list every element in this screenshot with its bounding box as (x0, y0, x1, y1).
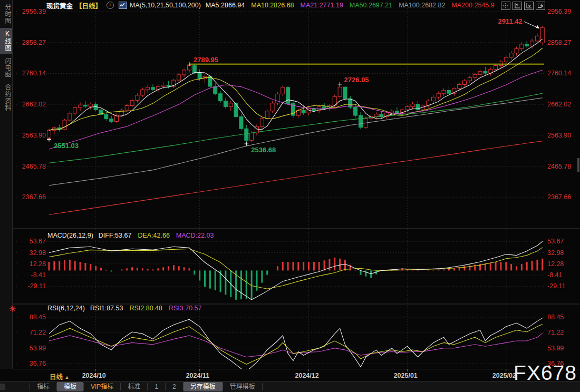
axis-tick-label: 53.67 (547, 238, 564, 245)
ma-value-4: MA100:2682.82 (399, 2, 445, 9)
macd-params-label: MACD(26,12,9) (47, 232, 93, 239)
candlestick (130, 100, 134, 105)
axis-tick-label: 2367.66 (547, 193, 571, 201)
candlestick (79, 105, 82, 107)
candlestick (338, 87, 342, 96)
ma-values: MA5:2866.94MA10:2826.68MA21:2771.19MA50:… (206, 2, 495, 9)
axis-tick-label: 2465.78 (547, 163, 571, 170)
candlestick (463, 81, 467, 84)
candlestick (136, 95, 139, 101)
candlestick (110, 119, 113, 122)
x-axis-month-label-3: 2025/01 (394, 372, 431, 379)
sidebar-item-0[interactable]: 分时图 (0, 2, 12, 26)
candlestick (141, 90, 144, 95)
indicator-line (49, 141, 543, 215)
x-axis-scale-icon[interactable] (524, 2, 534, 10)
candlestick (265, 111, 269, 119)
x-axis-month-label-0: 2024/10 (82, 372, 119, 379)
candlestick (161, 85, 165, 86)
period-label: 【日线】 (75, 1, 102, 11)
macd-value-1: DEA:42.66 (138, 232, 169, 239)
indicator-line (49, 93, 543, 163)
ma-value-3: MA50:2697.21 (350, 2, 392, 9)
timeframe-selector[interactable]: 日线 ▲ (50, 371, 69, 381)
toolbar-tab-7[interactable]: 管理模板 (223, 382, 262, 391)
indicator-line (49, 248, 543, 289)
axis-tick-label: 88.45 (547, 313, 564, 321)
toolbar-tab-6[interactable]: 另存模板 (183, 382, 223, 391)
axis-tick-label: 53.99 (30, 345, 46, 352)
macd-values: DIFF:53.67DEA:42.66MACD:22.03 (99, 232, 214, 239)
toolbar-tab-2[interactable]: VIP指标 (84, 382, 120, 391)
ma-value-0: MA5:2866.94 (206, 2, 245, 9)
axis-tick-label: 71.22 (30, 329, 46, 336)
candlestick (89, 104, 92, 106)
toolbar-notch[interactable] (0, 384, 5, 390)
line-chart-icon[interactable] (119, 2, 127, 9)
axis-tick-label: -29.11 (27, 282, 46, 290)
price-annotation: 2789.95 (194, 56, 218, 64)
ma-params-label: MA(5,10,21,50,100,200) (130, 2, 201, 9)
axis-tick-label: 2563.90 (22, 132, 46, 139)
axis-tick-label: 32.98 (30, 249, 46, 257)
indicator-line (49, 70, 543, 149)
candlestick (411, 104, 414, 107)
axis-tick-label: 2760.14 (22, 70, 46, 77)
symbol-name: 现货黄金 (46, 1, 73, 11)
ma-value-2: MA21:2771.19 (301, 2, 343, 9)
crosshair-icon[interactable] (501, 2, 510, 10)
candlestick (323, 106, 326, 109)
candlestick (354, 107, 357, 116)
macd-value-2: MACD:22.03 (176, 232, 214, 239)
candlestick (515, 48, 518, 53)
candlestick (68, 113, 72, 120)
axis-tick-label: -8.41 (31, 271, 46, 279)
candlestick (120, 110, 123, 115)
candlestick (182, 70, 186, 75)
price-annotation: 2726.05 (344, 76, 369, 84)
candlestick (229, 103, 233, 107)
candlestick (167, 85, 170, 86)
fx678-watermark: FX678 (514, 361, 577, 385)
toolbar-tab-1[interactable]: 模板 (57, 382, 83, 391)
sidebar-item-3[interactable]: 合约资料 (0, 82, 12, 113)
scrollbar-thumb[interactable] (577, 158, 579, 172)
candlestick (458, 84, 461, 88)
toolbar-tab-3[interactable]: 标准 (121, 382, 147, 391)
candlestick (494, 66, 498, 70)
axis-tick-label: 12.28 (30, 260, 46, 268)
toolbar-tab-0[interactable]: 指标 (30, 382, 56, 391)
ma-value-5: MA200:2545.9 (451, 2, 494, 9)
candlestick (535, 36, 539, 41)
axis-tick-label: 2760.14 (547, 70, 571, 77)
axis-tick-label: 2956.39 (22, 8, 46, 15)
axis-tick-label: 2662.02 (22, 101, 46, 108)
axis-tick-label: 71.22 (547, 329, 564, 336)
candlestick (234, 103, 238, 117)
x-axis-month-label-1: 2024/11 (186, 372, 223, 379)
alert-star-icon[interactable] (9, 305, 16, 315)
axis-tick-label: 2956.39 (547, 8, 571, 15)
price-chart-canvas[interactable]: 2551.032789.952536.682726.052911.422956.… (0, 0, 580, 392)
toolbar-tab-5[interactable]: 2 (166, 382, 183, 391)
candlestick (468, 77, 471, 81)
rsi-info-row: RSI(6,12,24) RSI1:87.53RSI2:80.48RSI3:70… (47, 305, 202, 312)
candlestick (125, 106, 129, 110)
candlestick (525, 44, 529, 46)
sidebar-item-2[interactable]: 闪电图 (0, 55, 12, 80)
candlestick (359, 115, 363, 128)
macd-value-0: DIFF:53.67 (99, 232, 132, 239)
candlestick (286, 87, 290, 104)
candlestick (146, 87, 150, 90)
rsi-value-1: RSI2:80.48 (129, 305, 162, 312)
candlestick (104, 114, 108, 119)
rsi-value-2: RSI3:70.57 (169, 305, 202, 312)
sidebar-item-1[interactable]: K线图 (0, 28, 12, 54)
export-icon[interactable] (536, 2, 545, 10)
expand-plus-icon[interactable]: + (107, 2, 114, 9)
candlestick (405, 106, 409, 110)
toolbar-tab-4[interactable]: 1 (148, 382, 165, 391)
ma-line-MA10 (49, 48, 543, 130)
bottom-toolbar: 指标模板VIP指标标准12另存模板管理模板 (0, 381, 580, 392)
y-axis-scale-icon[interactable] (513, 2, 522, 10)
